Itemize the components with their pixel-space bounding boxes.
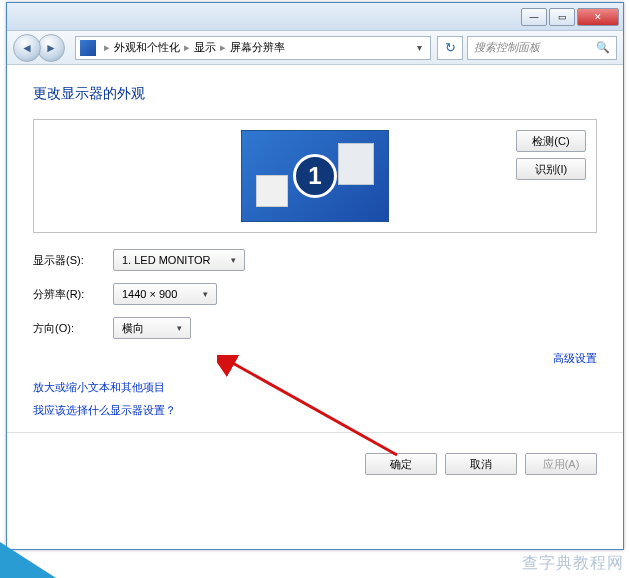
display-value: 1. LED MONITOR [122, 254, 210, 266]
forward-button[interactable]: ► [37, 34, 65, 62]
orientation-value: 横向 [122, 321, 144, 336]
decorative-corner [0, 542, 56, 578]
monitor-number-badge: 1 [293, 154, 337, 198]
display-settings-window: — ▭ ✕ ◄ ► ▸ 外观和个性化 ▸ 显示 ▸ 屏幕分辨率 ▾ ↻ 搜索控制… [6, 2, 624, 550]
search-icon: 🔍 [596, 41, 610, 54]
nav-buttons: ◄ ► [13, 34, 69, 62]
display-row: 显示器(S): 1. LED MONITOR ▾ [33, 249, 597, 271]
bottom-buttons: 确定 取消 应用(A) [33, 447, 597, 475]
content-area: 更改显示器的外观 1 检测(C) 识别(I) 显示器(S): 1. LED MO… [7, 65, 623, 549]
watermark: 查字典教程网 [522, 553, 624, 574]
advanced-settings-link[interactable]: 高级设置 [33, 351, 597, 366]
resolution-dropdown[interactable]: 1440 × 900 ▾ [113, 283, 217, 305]
chevron-down-icon: ▾ [195, 289, 208, 299]
search-input[interactable]: 搜索控制面板 🔍 [467, 36, 617, 60]
display-dropdown[interactable]: 1. LED MONITOR ▾ [113, 249, 245, 271]
chevron-down-icon: ▾ [223, 255, 236, 265]
close-button[interactable]: ✕ [577, 8, 619, 26]
side-buttons: 检测(C) 识别(I) [516, 130, 586, 180]
chevron-down-icon: ▾ [169, 323, 182, 333]
breadcrumb-dropdown-icon[interactable]: ▾ [413, 42, 426, 53]
resolution-label: 分辨率(R): [33, 287, 113, 302]
ok-button[interactable]: 确定 [365, 453, 437, 475]
orientation-label: 方向(O): [33, 321, 113, 336]
orientation-row: 方向(O): 横向 ▾ [33, 317, 597, 339]
breadcrumb-separator: ▸ [184, 41, 190, 54]
breadcrumb-display[interactable]: 显示 [194, 40, 216, 55]
control-panel-icon [80, 40, 96, 56]
separator [7, 432, 623, 433]
breadcrumb-appearance[interactable]: 外观和个性化 [114, 40, 180, 55]
apply-button[interactable]: 应用(A) [525, 453, 597, 475]
monitor-preview-box: 1 检测(C) 识别(I) [33, 119, 597, 233]
text-size-link[interactable]: 放大或缩小文本和其他项目 [33, 380, 597, 395]
maximize-button[interactable]: ▭ [549, 8, 575, 26]
minimize-button[interactable]: — [521, 8, 547, 26]
cancel-button[interactable]: 取消 [445, 453, 517, 475]
orientation-dropdown[interactable]: 横向 ▾ [113, 317, 191, 339]
identify-button[interactable]: 识别(I) [516, 158, 586, 180]
back-button[interactable]: ◄ [13, 34, 41, 62]
search-placeholder: 搜索控制面板 [474, 40, 540, 55]
resolution-row: 分辨率(R): 1440 × 900 ▾ [33, 283, 597, 305]
which-settings-link[interactable]: 我应该选择什么显示器设置？ [33, 403, 597, 418]
resolution-value: 1440 × 900 [122, 288, 177, 300]
breadcrumb-separator: ▸ [220, 41, 226, 54]
detect-button[interactable]: 检测(C) [516, 130, 586, 152]
navbar: ◄ ► ▸ 外观和个性化 ▸ 显示 ▸ 屏幕分辨率 ▾ ↻ 搜索控制面板 🔍 [7, 31, 623, 65]
breadcrumb[interactable]: ▸ 外观和个性化 ▸ 显示 ▸ 屏幕分辨率 ▾ [75, 36, 431, 60]
refresh-button[interactable]: ↻ [437, 36, 463, 60]
monitor-thumbnail[interactable]: 1 [241, 130, 389, 222]
page-title: 更改显示器的外观 [33, 85, 597, 103]
titlebar: — ▭ ✕ [7, 3, 623, 31]
breadcrumb-separator: ▸ [104, 41, 110, 54]
display-label: 显示器(S): [33, 253, 113, 268]
breadcrumb-resolution[interactable]: 屏幕分辨率 [230, 40, 285, 55]
